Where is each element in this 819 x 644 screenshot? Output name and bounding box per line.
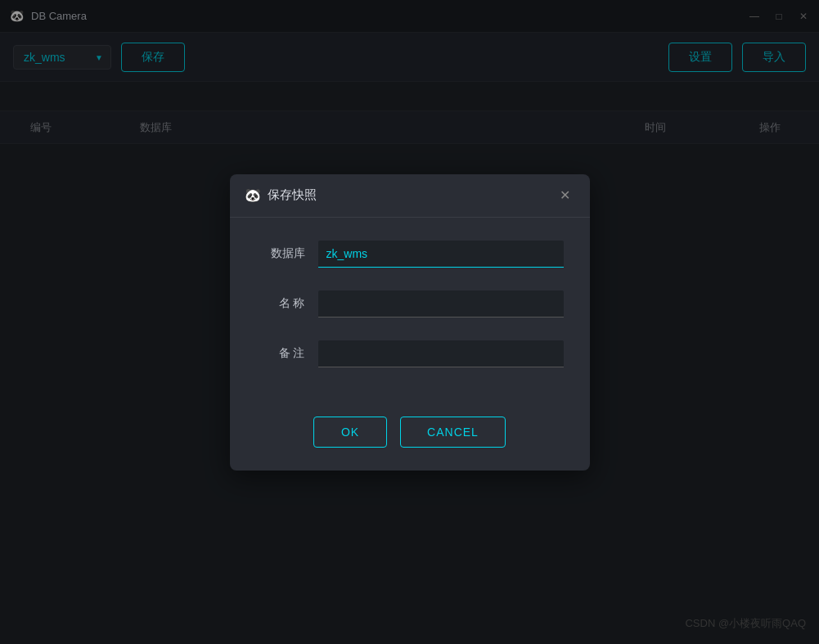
cancel-button[interactable]: CANCEL (400, 417, 506, 448)
dialog-title-icon: 🐼 (245, 187, 261, 203)
form-label-name: 名 称 (256, 296, 305, 311)
form-input-remark[interactable] (318, 340, 564, 367)
form-row-db: 数据库 (256, 241, 564, 268)
ok-button[interactable]: OK (313, 417, 387, 448)
form-row-name: 名 称 (256, 290, 564, 317)
dialog-close-button[interactable]: ✕ (556, 186, 575, 205)
dialog-title: 保存快照 (268, 187, 317, 203)
dialog-header: 🐼 保存快照 ✕ (230, 174, 590, 218)
form-input-name[interactable] (318, 290, 564, 317)
dialog-footer: OK CANCEL (230, 410, 590, 471)
form-input-db[interactable] (318, 241, 564, 268)
form-label-db: 数据库 (256, 246, 305, 261)
dialog-body: 数据库 名 称 备 注 (230, 218, 590, 410)
save-snapshot-dialog: 🐼 保存快照 ✕ 数据库 名 称 备 注 OK CANCEL (230, 174, 590, 471)
dialog-title-wrap: 🐼 保存快照 (245, 187, 317, 203)
form-label-remark: 备 注 (256, 346, 305, 361)
form-row-remark: 备 注 (256, 340, 564, 367)
